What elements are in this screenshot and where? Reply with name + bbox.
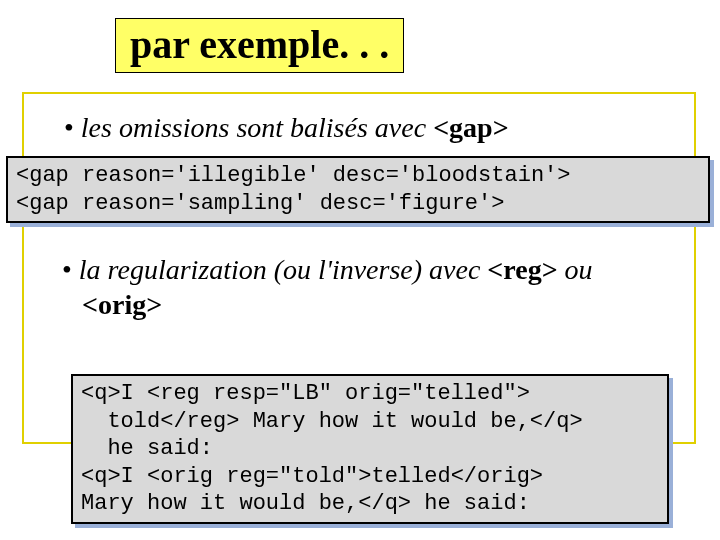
bullet-2-container: la regularization (ou l'inverse) avec <r… xyxy=(22,246,696,332)
slide-title: par exemple. . . xyxy=(130,21,389,68)
bullet-text: les omissions sont balisés avec xyxy=(81,112,433,143)
reg-tag: <reg> xyxy=(487,254,557,285)
slide: par exemple. . . les omissions sont bali… xyxy=(0,0,720,540)
bullet2-part1: la regularization (ou l'inverse) avec xyxy=(79,254,488,285)
bullet-omissions: les omissions sont balisés avec <gap> xyxy=(64,110,666,145)
gap-tag: <gap> xyxy=(433,112,508,143)
title-box: par exemple. . . xyxy=(115,18,404,73)
orig-tag: <orig> xyxy=(82,289,162,320)
code-example-gap: <gap reason='illegible' desc='bloodstain… xyxy=(6,156,710,223)
code-example-reg: <q>I <reg resp="LB" orig="telled"> told<… xyxy=(71,374,669,524)
bullet-regularization: la regularization (ou l'inverse) avec <r… xyxy=(62,252,668,322)
bullet2-part2: ou xyxy=(558,254,593,285)
